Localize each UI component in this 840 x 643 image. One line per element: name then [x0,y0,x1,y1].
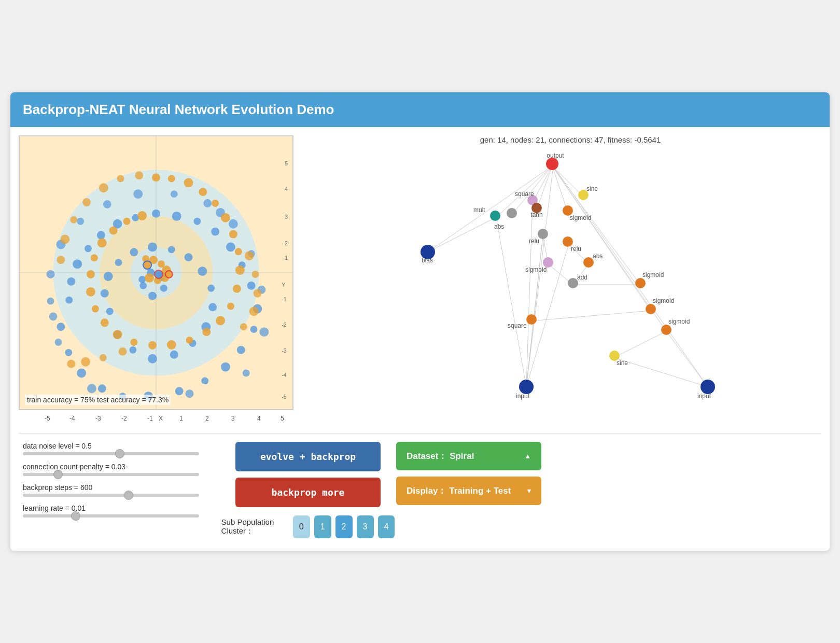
svg-text:sigmoid: sigmoid [653,297,674,304]
subpop-btn-1[interactable]: 1 [314,515,331,538]
svg-point-96 [202,328,211,336]
svg-point-98 [167,340,176,350]
svg-text:sine: sine [586,185,598,192]
svg-point-110 [137,211,147,220]
svg-text:X: X [159,415,163,422]
slider-group-penalty: connection count penalty = 0.03 [23,463,220,476]
svg-text:relu: relu [529,237,539,245]
svg-point-90 [229,230,237,239]
svg-line-169 [552,166,640,285]
svg-point-131 [100,354,107,361]
svg-point-195 [583,257,594,268]
svg-point-102 [101,318,109,327]
slider-noise-thumb[interactable] [115,449,124,458]
svg-point-91 [235,248,242,255]
svg-point-67 [54,339,62,346]
slider-group-noise: data noise level = 0.5 [23,442,220,455]
svg-text:sigmoid: sigmoid [525,266,547,273]
svg-text:5: 5 [281,415,284,422]
svg-point-56 [130,248,138,256]
slider-penalty-track[interactable] [23,473,199,476]
svg-point-23 [175,387,184,395]
svg-point-70 [243,370,250,377]
svg-text:1: 1 [179,415,183,422]
svg-point-123 [60,235,69,244]
svg-point-43 [106,307,114,315]
svg-point-65 [138,276,146,283]
svg-text:1: 1 [285,255,288,261]
svg-point-18 [65,349,72,356]
svg-text:Y: Y [282,282,286,288]
subpop-btn-0[interactable]: 0 [293,515,310,538]
evolve-backprop-button[interactable]: evolve + backprop [235,442,381,471]
dataset-dropdown-button[interactable]: Dataset： Spiral ▲ [396,442,541,470]
display-dropdown-arrow: ▾ [527,487,531,495]
svg-text:abs: abs [494,223,504,230]
bottom-section: data noise level = 0.5 connection count … [19,433,821,542]
svg-point-89 [221,213,230,222]
network-stats: gen: 14, nodes: 21, connections: 47, fit… [480,135,661,144]
svg-point-34 [172,212,181,221]
slider-backprop-thumb[interactable] [124,491,133,500]
svg-text:-3: -3 [95,415,101,422]
svg-point-108 [109,227,118,235]
svg-point-81 [47,270,55,278]
svg-point-119 [117,175,124,182]
svg-point-99 [148,341,157,350]
svg-point-47 [170,351,178,359]
svg-point-101 [113,330,122,339]
svg-text:abs: abs [593,253,603,260]
x-axis-label: -5 -4 -3 -2 -1 X 1 2 3 4 5 [19,412,309,425]
subpop-btn-3[interactable]: 3 [357,515,374,538]
svg-point-109 [123,218,130,225]
svg-point-118 [135,171,143,179]
subpop-label: Sub Population Cluster： [221,518,287,536]
svg-point-59 [101,289,109,298]
svg-point-104 [86,287,95,297]
svg-point-79 [77,218,84,225]
svg-point-103 [92,305,99,313]
svg-point-92 [235,265,245,275]
slider-penalty-thumb[interactable] [53,470,63,479]
svg-point-39 [85,245,92,252]
svg-text:tanh: tanh [530,211,542,218]
svg-text:-2: -2 [282,322,287,328]
svg-point-32 [211,228,219,236]
svg-line-150 [496,218,526,387]
svg-text:output: output [547,152,564,159]
svg-point-78 [103,200,111,208]
svg-text:3: 3 [231,415,235,422]
svg-line-162 [552,166,583,197]
svg-text:sigmoid: sigmoid [570,214,591,221]
slider-noise-track[interactable] [23,452,199,455]
slider-backprop-label: backprop steps = 600 [23,483,220,492]
svg-point-69 [186,389,194,398]
svg-point-136 [143,261,151,269]
display-dropdown-button[interactable]: Display： Training + Test ▾ [396,477,541,505]
svg-point-181 [507,208,517,218]
subpop-btn-2[interactable]: 2 [335,515,353,538]
slider-lr-thumb[interactable] [71,511,80,521]
svg-point-55 [148,242,157,251]
svg-point-94 [227,303,234,310]
svg-point-74 [229,219,238,229]
svg-point-127 [254,289,262,298]
slider-lr-track[interactable] [23,514,199,518]
slider-penalty-label: connection count penalty = 0.03 [23,463,220,471]
svg-text:2: 2 [285,240,288,246]
svg-point-51 [207,285,215,292]
scatter-accuracy: train accuracy = 75% test accuracy = 77.… [25,395,171,405]
slider-lr-label: learning rate = 0.01 [23,504,220,512]
svg-point-199 [635,278,646,288]
subpop-btn-4[interactable]: 4 [378,515,395,538]
slider-backprop-track[interactable] [23,494,199,497]
svg-point-29 [247,282,256,290]
svg-text:-3: -3 [282,347,287,354]
svg-text:-2: -2 [121,415,127,422]
svg-point-17 [57,323,65,331]
app-container: Backprop-NEAT Neural Network Evolution D… [10,92,830,551]
network-container: gen: 14, nodes: 21, connections: 47, fit… [319,135,821,425]
svg-point-135 [165,271,173,278]
backprop-more-button[interactable]: backprop more [235,478,381,507]
network-svg: output square mult abs tanh sine [319,148,821,418]
